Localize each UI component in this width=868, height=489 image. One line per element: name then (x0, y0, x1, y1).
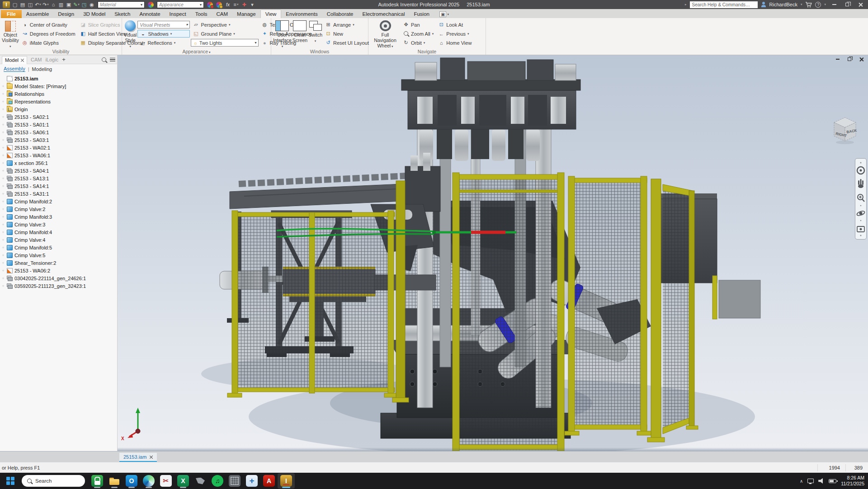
expander-icon[interactable]: + (1, 138, 5, 142)
tree-item[interactable]: + 25153 - WA06:2 (1, 267, 117, 274)
help-menu-caret-icon[interactable]: ▾ (824, 3, 826, 6)
bom-button[interactable]: ≡ (232, 1, 240, 8)
reset-ui-layout-button[interactable]: ↺Reset UI Layout (323, 39, 371, 47)
shadows-button[interactable]: ◒Shadows (137, 30, 190, 38)
expander-icon[interactable]: + (1, 284, 5, 288)
tree-item[interactable]: + Origin (1, 105, 117, 113)
update-button[interactable]: ◳ (80, 1, 88, 8)
nav-orbit-icon[interactable] (856, 210, 865, 216)
expander-icon[interactable]: + (1, 84, 5, 89)
visual-presets-select[interactable]: Visual Presets▾ (137, 21, 190, 28)
panel-label[interactable]: Appearance (122, 49, 271, 54)
restore-button[interactable] (842, 1, 852, 8)
redo-button[interactable]: ↷ (42, 1, 49, 8)
battery-icon[interactable] (829, 479, 836, 483)
expander-icon[interactable]: + (1, 184, 5, 188)
inventor-icon[interactable]: I (278, 473, 295, 489)
nav-wheel-icon[interactable] (857, 167, 864, 174)
home-view-button[interactable]: ⌂Home View (436, 39, 473, 47)
tree-item[interactable]: + 25153 - SA31:1 (1, 190, 117, 197)
nav-zoom-icon[interactable] (858, 194, 864, 202)
privacy-app-icon[interactable] (89, 473, 106, 489)
expander-icon[interactable]: + (1, 92, 5, 96)
ribbon-tab[interactable]: Annotate (135, 10, 165, 18)
tree-item[interactable]: + Crimp Valve:2 (1, 205, 117, 213)
arrange-button[interactable]: ⊞Arrange (323, 21, 371, 28)
expander-icon[interactable]: + (1, 146, 5, 150)
acrobat-icon[interactable]: A (260, 473, 278, 489)
lighting-style-select[interactable]: ☼Two Lights▾ (191, 39, 259, 47)
ribbon-tab[interactable]: CAM (212, 10, 233, 18)
imate-glyphs-button[interactable]: ◎iMate Glyphs (20, 39, 77, 47)
ribbon-tab[interactable]: File (1, 10, 22, 18)
tree-item[interactable]: + Crimp Manifold:3 (1, 213, 117, 221)
save-button[interactable]: ◫ (27, 1, 34, 8)
excel-icon[interactable]: X (175, 473, 192, 489)
full-navigation-wheel-button[interactable]: Full Navigation Wheel (370, 19, 400, 48)
user-menu-caret-icon[interactable]: ▾ (801, 3, 802, 6)
ground-plane-button[interactable]: ◱Ground Plane (191, 30, 259, 38)
iproperties-button[interactable]: ▥ (57, 1, 65, 8)
user-avatar-icon[interactable] (761, 2, 766, 7)
tree-item[interactable]: + 25153 - WA02:1 (1, 144, 117, 151)
tree-item[interactable]: + Model States: [Primary] (1, 82, 117, 90)
home-button[interactable]: ⌂ (50, 1, 57, 8)
help-icon[interactable]: ? (815, 2, 821, 8)
tree-item[interactable]: + 25153 - SA01:1 (1, 121, 117, 128)
ribbon-tab[interactable]: View (260, 9, 282, 18)
safety-fence-right[interactable] (565, 176, 651, 435)
safety-fence-corner[interactable] (647, 179, 698, 442)
tree-item[interactable]: + 25153 - SA03:1 (1, 136, 117, 144)
ribbon-display-options[interactable] (437, 10, 452, 18)
expander-icon[interactable]: + (1, 199, 5, 204)
speaker-icon[interactable] (818, 478, 824, 484)
network-display-icon[interactable] (807, 479, 814, 483)
expander-icon[interactable]: + (1, 207, 5, 212)
expander-icon[interactable]: + (1, 176, 5, 181)
expander-icon[interactable]: + (1, 130, 5, 135)
perspective-button[interactable]: ▱Perspective (191, 21, 259, 28)
clock[interactable]: 8:26 AM 11/21/2025 (841, 475, 864, 487)
adjust-color-icon[interactable] (207, 2, 213, 8)
zoom-all-button[interactable]: Zoom All (401, 30, 435, 38)
mode-assembly-link[interactable]: Assembly (4, 66, 25, 72)
appearance-select[interactable]: Appearance▾ (157, 1, 204, 8)
clear-appearance-icon[interactable] (216, 2, 222, 8)
expander-icon[interactable]: + (1, 161, 5, 165)
tree-root-item[interactable]: 25153.iam (1, 75, 117, 82)
calculator-app-icon[interactable] (226, 473, 243, 489)
orbit-button[interactable]: ↻Orbit (401, 39, 435, 47)
reflections-button[interactable]: ◭Reflections (137, 39, 190, 47)
user-interface-button[interactable]: User Interface (273, 19, 292, 48)
tree-item[interactable]: + Crimp Manifold:2 (1, 197, 117, 205)
tree-item[interactable]: + Crimp Valve:3 (1, 221, 117, 228)
expander-icon[interactable]: + (1, 115, 5, 119)
browser-tab-ilogic[interactable]: iLogic (45, 57, 58, 62)
expander-icon[interactable]: + (1, 276, 5, 281)
ribbon-tab[interactable]: Electromechanical (358, 10, 409, 18)
ribbon-tab[interactable]: Fusion (409, 10, 434, 18)
ribbon-tab[interactable]: 3D Model (79, 10, 110, 18)
mode-modeling-link[interactable]: Modeling (32, 66, 52, 72)
close-icon[interactable] (150, 456, 153, 459)
center-of-gravity-button[interactable]: ◑Center of Gravity (20, 21, 77, 28)
tree-item[interactable]: + x section 356:1 (1, 159, 117, 167)
look-at-button[interactable]: ⊡Look At (436, 21, 473, 28)
tree-item[interactable]: + Shear_Tensioner:2 (1, 259, 117, 267)
expander-icon[interactable]: + (1, 245, 5, 250)
spotify-icon[interactable]: ♫ (209, 473, 226, 489)
close-icon[interactable] (21, 59, 24, 62)
help-search-input[interactable] (690, 1, 758, 8)
expander-icon[interactable]: + (1, 107, 5, 112)
new-window-button[interactable]: ⊡New (323, 30, 371, 38)
expander-icon[interactable]: + (1, 215, 5, 219)
expander-icon[interactable]: + (1, 169, 5, 173)
undo-button[interactable]: ↶ (34, 1, 42, 8)
expander-icon[interactable]: + (1, 230, 5, 235)
minimize-button[interactable] (829, 1, 839, 8)
tree-item[interactable]: + 25153 - WA06:1 (1, 151, 117, 159)
clean-screen-button[interactable]: Clean Screen (292, 19, 307, 48)
ribbon-tab[interactable]: Environments (281, 10, 322, 18)
safety-fence-left[interactable] (227, 181, 409, 402)
tree-item[interactable]: + 25153 - SA04:1 (1, 167, 117, 174)
